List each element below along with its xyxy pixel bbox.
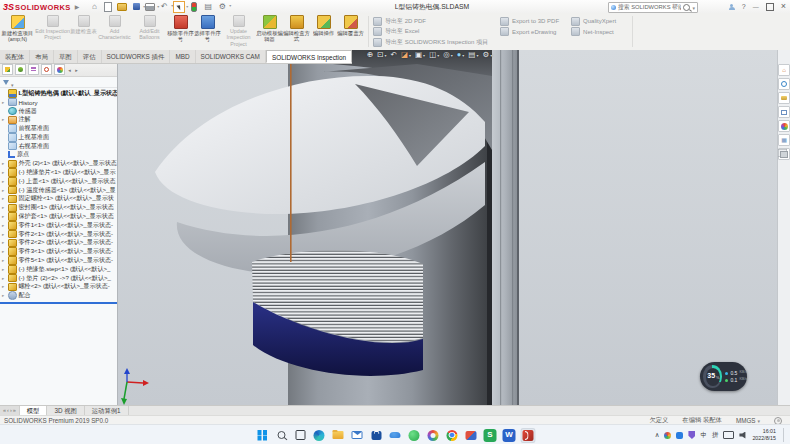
new-inspection-project-button[interactable]: 新建检查项目 (amp;N) xyxy=(0,13,35,50)
tab-first-icon[interactable]: « xyxy=(3,408,6,414)
tree-item[interactable]: ▸ (-) 垫片 (2)<2> ->? (默认<<默认>_ xyxy=(0,274,117,283)
remove-balloons-button[interactable]: 移除零件序号 xyxy=(167,13,194,50)
new-document-icon[interactable] xyxy=(103,2,113,12)
tray-colorful-app-icon[interactable] xyxy=(664,432,671,439)
export-excel-button[interactable]: 导出至 Excel xyxy=(373,27,488,38)
search-taskbar-icon[interactable] xyxy=(274,428,289,443)
tree-item[interactable]: ▸ 零件5<1> (默认<<默认>_显示状态- xyxy=(0,256,117,265)
minimize-button[interactable] xyxy=(753,3,759,10)
tree-item[interactable]: ▸ 保护套<1> (默认<<默认>_显示状态 xyxy=(0,212,117,221)
3d-content-globe-icon[interactable] xyxy=(778,78,790,90)
file-explorer-icon[interactable] xyxy=(331,428,346,443)
view-orientation-icon[interactable]: ▣ xyxy=(415,51,426,59)
select-icon[interactable] xyxy=(173,1,185,13)
qualityxpert-button[interactable]: QualityXpert xyxy=(571,16,616,27)
display-tray-icon[interactable] xyxy=(723,431,734,439)
open-icon[interactable] xyxy=(117,2,127,12)
app-s-icon[interactable]: S xyxy=(484,429,497,442)
save-icon[interactable] xyxy=(131,2,141,12)
tree-item[interactable]: ▸ 外壳 (2)<1> (默认<<默认>_显示状态 xyxy=(0,159,117,168)
mail-icon[interactable] xyxy=(350,428,365,443)
tree-filter-row[interactable] xyxy=(0,77,117,88)
tree-item[interactable]: 传感器 xyxy=(0,107,117,116)
tree-item[interactable]: ▸ 密封圈<1> (默认<<默认>_显示状态 xyxy=(0,203,117,212)
edit-operation-button[interactable]: 编辑操作 xyxy=(310,13,337,50)
tab-solidworks-inspection[interactable]: SOLIDWORKS Inspection xyxy=(266,50,352,63)
add-characteristic-button[interactable]: Add Characteristic xyxy=(97,13,132,50)
net-inspect-button[interactable]: Net-Inspect xyxy=(571,27,616,38)
search-icon[interactable] xyxy=(683,4,690,11)
launch-template-editor-button[interactable]: 启动模板编辑器 xyxy=(256,13,283,50)
tree-item[interactable]: 前视基准面 xyxy=(0,124,117,133)
previous-view-icon[interactable]: ↶ xyxy=(391,51,398,59)
dimxpertmanager-tab-icon[interactable] xyxy=(41,64,52,75)
chrome-icon[interactable] xyxy=(445,428,460,443)
tree-item[interactable]: ▸ 固定螺栓<1> (默认<<默认>_显示状 xyxy=(0,195,117,204)
tree-item[interactable]: ▸ 注解 xyxy=(0,115,117,124)
task-view-icon[interactable] xyxy=(293,428,308,443)
login-icon[interactable] xyxy=(729,4,735,10)
cloud-drive-icon[interactable] xyxy=(388,428,403,443)
tab-last-icon[interactable]: » xyxy=(13,408,16,414)
tree-item[interactable]: ▸ (-) 上盖<1> (默认<<默认>_显示状态 xyxy=(0,177,117,186)
clock[interactable]: 16:01 2022/8/15 xyxy=(752,428,776,441)
edit-override-button[interactable]: 编辑覆盖方 xyxy=(337,13,364,50)
tab-evaluate[interactable]: 评估 xyxy=(78,50,102,63)
tab-scroll-left-icon[interactable]: ◂ xyxy=(67,65,72,74)
pane-windows-icon[interactable] xyxy=(778,148,790,160)
tab-solidworks-cam[interactable]: SOLIDWORKS CAM xyxy=(196,50,266,63)
tree-item[interactable]: ▸ (-) 温度传感器<1> (默认<<默认>_显 xyxy=(0,186,117,195)
displaymanager-tab-icon[interactable] xyxy=(54,64,65,75)
units-selector[interactable]: MMGS xyxy=(736,417,760,424)
appearances-scenes-icon[interactable] xyxy=(778,120,790,132)
help-search-box[interactable]: 搜索 SOLIDWORKS 帮助 xyxy=(608,2,698,13)
update-inspection-project-button[interactable]: Update Inspection Project xyxy=(221,13,256,50)
print-icon[interactable] xyxy=(145,2,155,12)
tree-item[interactable]: ▸ 螺栓<2> (默认<<默认>_显示状态- xyxy=(0,283,117,292)
tree-item[interactable]: 原点 xyxy=(0,151,117,160)
tree-splitter-bar[interactable] xyxy=(0,302,117,304)
model-render[interactable] xyxy=(117,50,777,405)
show-desktop-button[interactable] xyxy=(783,428,786,442)
display-style-icon[interactable]: ◫ xyxy=(429,51,440,59)
tab-layout[interactable]: 布局 xyxy=(30,50,54,63)
green-app-icon[interactable] xyxy=(407,428,422,443)
hide-show-items-icon[interactable]: ◎ xyxy=(443,51,454,59)
featuremanager-tree-tab-icon[interactable] xyxy=(2,64,13,75)
zoom-area-icon[interactable]: ⊡ xyxy=(377,51,387,59)
tab-mbd[interactable]: MBD xyxy=(170,50,195,63)
rebuild-icon[interactable] xyxy=(189,2,199,12)
select-balloons-button[interactable]: 选择零件序号 xyxy=(194,13,221,50)
tree-item[interactable]: ▸ 零件2<2> (默认<<默认>_显示状态- xyxy=(0,239,117,248)
add-edit-balloons-button[interactable]: Add/Edit Balloons xyxy=(132,13,167,50)
tab-solidworks-addins[interactable]: SOLIDWORKS 插件 xyxy=(102,50,171,63)
tree-item[interactable]: ▸ 零件3<1> (默认<<默认>_显示状态- xyxy=(0,247,117,256)
view-settings-icon[interactable]: ⚙ xyxy=(482,51,493,59)
menu-expand-arrow[interactable]: ▶ xyxy=(75,3,80,10)
store-icon[interactable] xyxy=(369,428,384,443)
home-icon[interactable]: ⌂ xyxy=(89,2,99,12)
hidden-icons-chevron[interactable]: ∧ xyxy=(655,432,660,439)
model-side-tube[interactable] xyxy=(492,50,518,405)
tab-prev-icon[interactable]: ‹ xyxy=(7,408,9,414)
tree-item[interactable]: L型铝铸热电偶 (默认<默认_显示状态-1 xyxy=(0,89,117,98)
export-3d-pdf-button[interactable]: Export to 3D PDF xyxy=(500,16,559,27)
resources-home-icon[interactable]: ⌂ xyxy=(778,64,790,76)
tree-item[interactable]: ▸ (-) 绝缘垫.step<1> (默认<<默认>_ xyxy=(0,265,117,274)
options-icon[interactable]: ⚙ xyxy=(217,2,227,12)
new-inspection-sheet-button[interactable]: 新建检查表 xyxy=(70,13,97,50)
export-2d-pdf-button[interactable]: 导出至 2D PDF xyxy=(373,16,488,27)
start-button[interactable] xyxy=(255,428,270,443)
file-properties-icon[interactable]: ▤ xyxy=(203,2,213,12)
export-inspection-project-button[interactable]: 导出至 SOLIDWORKS Inspection 项目 xyxy=(373,37,488,48)
app-w-icon[interactable]: W xyxy=(503,429,516,442)
tab-scroll-right-icon[interactable]: ▸ xyxy=(74,65,79,74)
tree-item[interactable]: ▸ 零件1<1> (默认<<默认>_显示状态- xyxy=(0,221,117,230)
tab-sketch[interactable]: 草图 xyxy=(54,50,78,63)
configurationmanager-tab-icon[interactable] xyxy=(28,64,39,75)
tree-item[interactable]: ▸ 配合 xyxy=(0,291,117,300)
edit-appearance-icon[interactable]: ● xyxy=(457,51,466,59)
search-caret-icon[interactable] xyxy=(692,4,695,11)
volume-tray-icon[interactable] xyxy=(739,432,747,439)
design-library-icon[interactable] xyxy=(778,92,790,104)
